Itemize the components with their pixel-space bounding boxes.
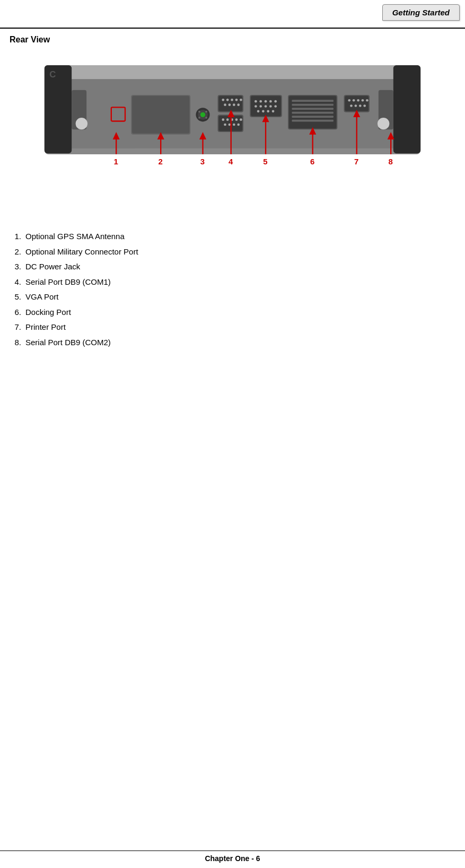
list-item: 3.DC Power Jack [10, 261, 138, 273]
svg-point-72 [359, 104, 362, 107]
list-item: 8.Serial Port DB9 (COM2) [10, 337, 138, 349]
svg-point-23 [240, 99, 242, 101]
svg-point-16 [205, 117, 207, 119]
svg-rect-59 [292, 108, 334, 110]
device-illustration: 1 2 3 4 5 6 7 8 C [16, 50, 449, 220]
svg-text:8: 8 [388, 157, 392, 166]
svg-point-15 [198, 117, 200, 119]
item-number: 6. [10, 306, 25, 319]
svg-point-30 [222, 118, 224, 121]
svg-point-65 [348, 99, 350, 102]
list-item: 2.Optional Military Connector Port [10, 246, 138, 258]
svg-rect-60 [292, 112, 334, 114]
svg-point-68 [362, 99, 364, 102]
svg-point-69 [366, 99, 369, 102]
svg-point-71 [355, 104, 357, 107]
svg-text:2: 2 [159, 157, 163, 166]
item-label: Serial Port DB9 (COM2) [25, 337, 111, 349]
svg-point-73 [363, 104, 366, 107]
item-number: 8. [10, 337, 25, 349]
list-item: 6.Docking Port [10, 306, 138, 319]
footer-text: Chapter One - 6 [0, 854, 465, 863]
svg-point-45 [274, 100, 277, 103]
svg-point-47 [259, 105, 262, 108]
svg-point-13 [198, 111, 200, 113]
svg-text:C: C [49, 69, 56, 80]
svg-point-54 [272, 110, 275, 112]
item-label: Optional GPS SMA Antenna [25, 231, 125, 243]
svg-point-46 [255, 105, 257, 108]
list-item: 5.VGA Port [10, 291, 138, 303]
top-divider [0, 28, 465, 29]
svg-point-38 [237, 124, 240, 126]
header-tab: Getting Started [382, 4, 460, 21]
svg-point-12 [200, 112, 205, 117]
svg-point-42 [259, 100, 262, 103]
svg-point-43 [265, 100, 267, 103]
list-item: 1.Optional GPS SMA Antenna [10, 231, 138, 243]
section-title: Rear View [10, 35, 50, 45]
svg-point-35 [224, 124, 226, 126]
bottom-divider [0, 851, 465, 852]
svg-text:4: 4 [229, 157, 233, 166]
svg-point-27 [237, 103, 240, 106]
svg-text:1: 1 [113, 157, 118, 166]
svg-rect-57 [292, 100, 334, 102]
svg-point-8 [378, 118, 389, 129]
svg-rect-4 [393, 65, 420, 153]
svg-point-37 [233, 124, 235, 126]
svg-point-49 [269, 105, 272, 108]
item-label: Docking Port [25, 306, 71, 319]
svg-rect-61 [292, 116, 334, 118]
svg-point-31 [226, 118, 229, 121]
svg-point-53 [267, 110, 269, 112]
svg-point-70 [350, 104, 353, 107]
list-item: 4.Serial Port DB9 (COM1) [10, 276, 138, 288]
svg-point-19 [222, 99, 224, 101]
svg-point-22 [235, 99, 238, 101]
svg-point-34 [240, 118, 242, 121]
svg-point-7 [76, 118, 87, 129]
svg-point-50 [274, 105, 277, 108]
device-svg: 1 2 3 4 5 6 7 8 C [16, 50, 449, 199]
svg-text:6: 6 [310, 157, 314, 166]
svg-point-51 [257, 110, 260, 112]
svg-point-67 [357, 99, 359, 102]
svg-rect-18 [218, 96, 242, 111]
item-number: 5. [10, 291, 25, 303]
svg-point-41 [255, 100, 257, 103]
svg-point-48 [265, 105, 267, 108]
svg-rect-62 [292, 120, 334, 122]
svg-point-25 [229, 103, 231, 106]
item-label: Optional Military Connector Port [25, 246, 138, 258]
item-number: 1. [10, 231, 25, 243]
svg-text:5: 5 [263, 157, 267, 166]
item-label: Serial Port DB9 (COM1) [25, 276, 111, 288]
item-label: VGA Port [25, 291, 59, 303]
svg-point-24 [224, 103, 226, 106]
svg-point-44 [269, 100, 272, 103]
svg-rect-58 [292, 104, 334, 106]
svg-rect-3 [45, 65, 72, 153]
list-item: 7.Printer Port [10, 321, 138, 334]
svg-text:7: 7 [354, 157, 358, 166]
svg-point-26 [233, 103, 235, 106]
item-label: DC Power Jack [25, 261, 80, 273]
item-label: Printer Port [25, 321, 66, 334]
svg-point-33 [235, 118, 238, 121]
item-number: 7. [10, 321, 25, 334]
parts-list: 1.Optional GPS SMA Antenna2.Optional Mil… [10, 231, 138, 352]
svg-point-21 [231, 99, 233, 101]
item-number: 3. [10, 261, 25, 273]
svg-rect-64 [345, 96, 369, 111]
item-number: 4. [10, 276, 25, 288]
svg-point-20 [226, 99, 229, 101]
svg-rect-1 [64, 65, 401, 79]
svg-point-14 [205, 111, 207, 113]
item-number: 2. [10, 246, 25, 258]
svg-point-66 [353, 99, 355, 102]
svg-point-52 [262, 110, 265, 112]
svg-rect-75 [132, 96, 189, 134]
svg-text:3: 3 [200, 157, 205, 166]
